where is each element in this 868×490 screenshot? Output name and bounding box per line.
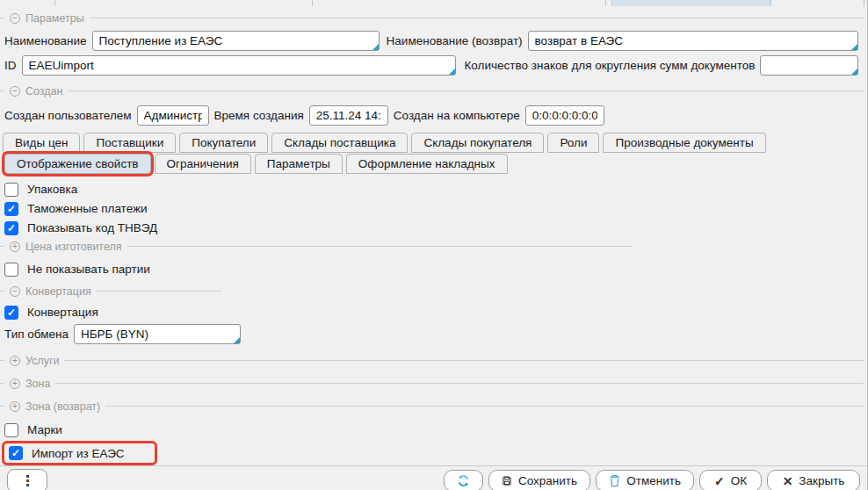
refresh-icon — [457, 474, 470, 487]
id-row: ID Количество знаков для округления сумм… — [0, 54, 867, 76]
tab-separator — [312, 0, 313, 6]
exchange-type-row: Тип обмена — [0, 323, 867, 344]
tab-sklady-pokupatelya[interactable]: Склады покупателя — [411, 133, 544, 153]
tab-row-1: Виды цен Поставщики Покупатели Склады по… — [0, 132, 867, 153]
save-button[interactable]: Сохранить — [488, 470, 590, 490]
created-host-field — [525, 105, 604, 126]
checkbox-icon[interactable] — [9, 446, 23, 460]
exchange-type-label: Тип обмена — [4, 328, 69, 341]
id-input[interactable] — [22, 55, 456, 76]
tab-sklady-postavshchika[interactable]: Склады поставщика — [271, 133, 408, 153]
checkbox-pokazyvat-kod-tnved[interactable]: Показывать код ТНВЭД — [0, 220, 867, 235]
check-icon: ✓ — [714, 475, 725, 487]
group-title: Цена изготовителя — [25, 241, 122, 253]
expand-plus-icon[interactable]: + — [10, 401, 20, 412]
expand-plus-icon[interactable]: + — [10, 356, 20, 366]
tab-proizvodnye-dokumenty[interactable]: Производные документы — [603, 133, 765, 153]
group-header-services: + Услуги — [0, 355, 867, 366]
tab-roli[interactable]: Роли — [547, 133, 599, 153]
checkbox-icon[interactable] — [4, 306, 18, 320]
tab-oformlenie-nakladnykh[interactable]: Оформление накладных — [346, 154, 508, 174]
group-header-parameters: − Параметры — [0, 12, 867, 24]
tab-separator — [864, 0, 864, 6]
close-button[interactable]: ✕ Закрыть — [767, 470, 860, 490]
ok-button[interactable]: ✓ ОК — [699, 470, 762, 490]
kebab-vertical-icon — [26, 475, 29, 478]
save-icon — [502, 474, 512, 487]
created-time-input[interactable] — [309, 105, 388, 126]
footer-toolbar: Сохранить Отменить ✓ ОК ✕ Закрыть — [0, 466, 867, 490]
group-title: Зона — [25, 378, 50, 390]
group-title: Зона (возврат) — [25, 400, 100, 413]
cancel-button[interactable]: Отменить — [596, 470, 694, 490]
name-label: Наименование — [4, 34, 87, 47]
name-input[interactable] — [92, 31, 380, 51]
checkbox-icon[interactable] — [4, 202, 18, 216]
tab-row-2: Отображение свойств Ограничения Параметр… — [0, 153, 867, 174]
group-title: Услуги — [25, 355, 59, 367]
collapse-minus-icon[interactable]: − — [10, 286, 20, 297]
id-field — [22, 55, 456, 76]
checkbox-tamozhennye-platezhi[interactable]: Таможенные платежи — [0, 201, 867, 216]
group-header-created: − Создан — [0, 85, 867, 97]
group-title: Конвертация — [25, 285, 91, 298]
name-return-label: Наименование (возврат) — [387, 34, 523, 47]
group-title: Создан — [25, 85, 62, 97]
name-row: Наименование Наименование (возврат) — [0, 30, 867, 51]
tab-separator — [54, 0, 55, 6]
created-by-label: Создан пользователем — [4, 109, 132, 122]
checkbox-upakovka[interactable]: Упаковка — [0, 182, 867, 197]
exchange-type-input[interactable] — [74, 324, 241, 344]
checkbox-marki[interactable]: Марки — [0, 422, 867, 437]
checkbox-icon[interactable] — [4, 263, 18, 277]
group-header-manufacturer-price: + Цена изготовителя — [0, 241, 867, 252]
rounding-field — [760, 55, 858, 76]
group-title: Параметры — [25, 12, 84, 25]
trash-icon — [609, 474, 620, 487]
exchange-type-field — [74, 324, 241, 344]
checkbox-konvertatsiya[interactable]: Конвертация — [0, 305, 867, 320]
collapse-minus-icon[interactable]: − — [10, 86, 20, 97]
annotation-red-box: Импорт из ЕАЭС — [2, 441, 157, 465]
more-options-button[interactable] — [7, 469, 47, 490]
group-header-zone: + Зона — [0, 378, 867, 389]
created-host-input[interactable] — [525, 105, 604, 126]
settings-dialog: − Параметры Наименование Наименование (в… — [0, 0, 868, 490]
rounding-label: Количество знаков для округления сумм до… — [465, 59, 756, 72]
name-return-input[interactable] — [528, 31, 858, 51]
outer-tabbar-sliver — [0, 0, 867, 6]
checkbox-icon[interactable] — [4, 183, 18, 197]
checkbox-icon[interactable] — [4, 423, 18, 437]
tab-vidy-tsen[interactable]: Виды цен — [3, 133, 80, 153]
close-icon: ✕ — [783, 475, 793, 487]
group-header-conversion: − Конвертация — [0, 285, 867, 297]
refresh-button[interactable] — [444, 470, 483, 490]
group-header-zone-return: + Зона (возврат) — [0, 400, 867, 412]
created-by-field — [137, 105, 209, 126]
id-label: ID — [4, 59, 17, 72]
name-return-field — [528, 31, 858, 51]
created-by-input[interactable] — [137, 105, 209, 126]
tab-separator — [605, 0, 606, 6]
expand-plus-icon[interactable]: + — [10, 241, 20, 252]
checkbox-icon[interactable] — [4, 221, 18, 235]
checkbox-import-iz-eaes[interactable]: Импорт из ЕАЭС — [4, 446, 125, 460]
tab-pokupateli[interactable]: Покупатели — [179, 133, 268, 153]
outer-active-tab[interactable] — [611, 0, 771, 6]
tab-otobrazhenie-svoystv[interactable]: Отображение свойств — [4, 154, 151, 174]
expand-plus-icon[interactable]: + — [10, 378, 20, 389]
rounding-input[interactable] — [760, 55, 858, 76]
tab-parametry[interactable]: Параметры — [255, 154, 343, 174]
created-row: Создан пользователем Время создания Созд… — [0, 104, 867, 126]
tab-ogranicheniya[interactable]: Ограничения — [155, 154, 251, 174]
checkbox-ne-pokazyvat-partii[interactable]: Не показывать партии — [0, 262, 867, 277]
collapse-minus-icon[interactable]: − — [10, 13, 20, 24]
created-host-label: Создан на компьютере — [394, 109, 520, 122]
created-time-field — [309, 105, 388, 126]
created-time-label: Время создания — [214, 109, 304, 122]
name-field — [92, 31, 380, 51]
tab-postavshchiki[interactable]: Поставщики — [83, 133, 176, 153]
